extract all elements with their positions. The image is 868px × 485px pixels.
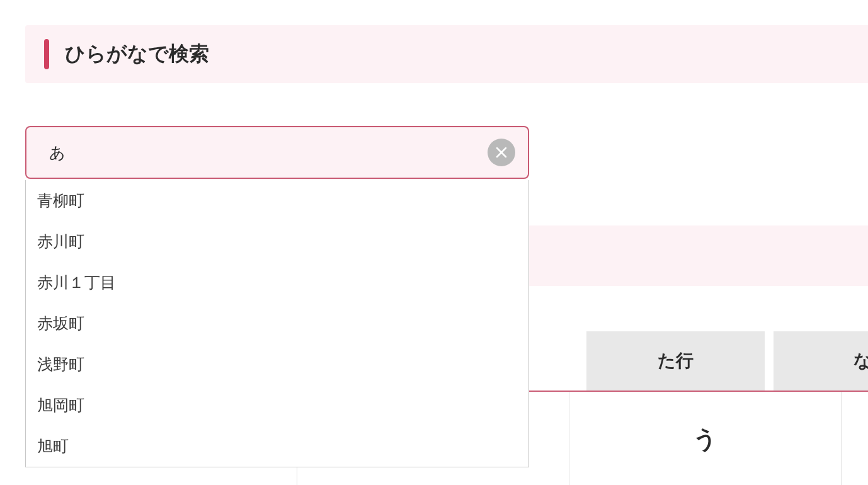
tab-na-row[interactable]: な — [774, 331, 868, 391]
subtab-u[interactable]: う — [569, 392, 842, 485]
suggestion-item[interactable]: 赤坂町 — [26, 303, 528, 344]
suggestion-item[interactable]: 旭岡町 — [26, 385, 528, 426]
search-wrapper: 青柳町 赤川町 赤川１丁目 赤坂町 浅野町 旭岡町 旭町 — [25, 126, 529, 179]
tab-ta-row[interactable]: た行 — [586, 331, 765, 391]
close-icon — [495, 146, 508, 159]
suggestion-dropdown: 青柳町 赤川町 赤川１丁目 赤坂町 浅野町 旭岡町 旭町 — [25, 180, 529, 467]
suggestion-item[interactable]: 赤川１丁目 — [26, 262, 528, 303]
suggestion-item[interactable]: 赤川町 — [26, 221, 528, 262]
header-accent-bar — [44, 39, 49, 69]
suggestion-item[interactable]: 青柳町 — [26, 180, 528, 221]
search-input[interactable] — [49, 144, 488, 162]
suggestion-item[interactable]: 浅野町 — [26, 344, 528, 385]
search-header: ひらがなで検索 — [25, 25, 868, 83]
search-box — [25, 126, 529, 179]
header-title: ひらがなで検索 — [65, 40, 209, 68]
suggestion-item[interactable]: 旭町 — [26, 426, 528, 467]
clear-button[interactable] — [488, 139, 515, 166]
